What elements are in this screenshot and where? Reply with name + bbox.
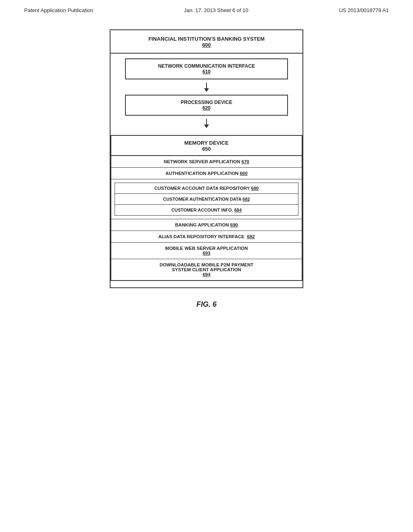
header-left: Patent Application Publication: [24, 7, 93, 13]
downloadable-mobile-p2m-item: DOWNLOADABLE MOBILE P2M PAYMENT SYSTEM C…: [111, 259, 302, 280]
fig-label: FIG. 6: [0, 300, 413, 309]
memory-section: MEMORY DEVICE 650 NETWORK SERVER APPLICA…: [111, 135, 302, 281]
network-server-app-item: NETWORK SERVER APPLICATION 670: [111, 156, 302, 168]
customer-auth-data-item: CUSTOMER AUTHENTICATION DATA 682: [115, 194, 298, 205]
outer-box: FINANCIAL INSTITUTION'S BANKING SYSTEM 6…: [110, 29, 303, 288]
network-interface-box: NETWORK COMMUNICATION INTERFACE 610: [125, 58, 288, 79]
page-header: Patent Application Publication Jan. 17, …: [0, 0, 413, 17]
customer-account-repo-header: CUSTOMER ACCOUNT DATA REPOSITORY 680: [115, 183, 298, 194]
customer-account-info-item: CUSTOMER ACCOUNT INFO. 684: [115, 205, 298, 215]
mobile-web-server-item: MOBILE WEB SERVER APPLICATION 693: [111, 243, 302, 259]
diagram-container: FINANCIAL INSTITUTION'S BANKING SYSTEM 6…: [0, 29, 413, 288]
header-right: US 2013/0018779 A1: [339, 7, 389, 13]
customer-account-repo-group: CUSTOMER ACCOUNT DATA REPOSITORY 680 CUS…: [111, 183, 302, 219]
arrow-connector-1: [118, 79, 295, 95]
header-middle: Jan. 17, 2013 Sheet 6 of 10: [184, 7, 248, 13]
memory-device-header: MEMORY DEVICE 650: [111, 136, 302, 156]
arrow-connector-2: [118, 116, 295, 131]
memory-items: NETWORK SERVER APPLICATION 670 AUTHENTIC…: [111, 156, 302, 280]
processing-device-box: PROCESSING DEVICE 620: [118, 95, 295, 116]
authentication-app-item: AUTHENTICATION APPLICATION 660: [111, 168, 302, 179]
alias-data-repo-item: ALIAS DATA REPOSITORY INTERFACE 692: [111, 231, 302, 243]
outer-label: FINANCIAL INSTITUTION'S BANKING SYSTEM 6…: [111, 30, 302, 54]
banking-app-item: BANKING APPLICATION 690: [111, 219, 302, 231]
